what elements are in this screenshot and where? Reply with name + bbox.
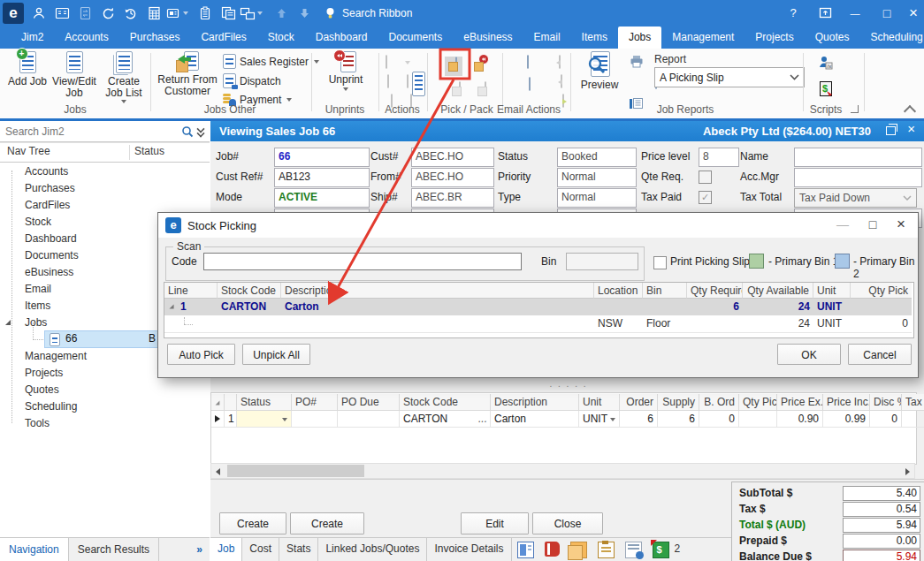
nav-down-icon[interactable] [293, 0, 316, 27]
tab-projects[interactable]: Projects [745, 27, 804, 49]
contact-icon[interactable] [27, 0, 50, 27]
dialog-titlebar[interactable]: e Stock Picking — □ × [158, 213, 918, 238]
cell-price-ex[interactable]: 0.90 [777, 411, 823, 428]
qte-req-checkbox[interactable] [699, 171, 712, 184]
tab-management[interactable]: Management [661, 27, 745, 49]
cust-ref-field[interactable]: AB123 [274, 168, 370, 187]
tab-job[interactable]: Job [210, 538, 242, 561]
sidebar-item-cardfiles[interactable]: CardFiles [25, 197, 70, 213]
report-select[interactable]: A Picking Slip [654, 67, 805, 87]
tax-total-select[interactable]: Tax Paid Down [794, 188, 917, 208]
actions-dropdown-icon[interactable] [405, 61, 410, 64]
script-editor-icon[interactable]: /x [817, 55, 833, 73]
report-view-icon[interactable] [517, 542, 534, 558]
close-pane-icon[interactable]: × [907, 121, 915, 136]
pcol-description[interactable]: Description [281, 283, 594, 299]
col-disc[interactable]: Disc % [870, 394, 902, 411]
tab-stock[interactable]: Stock [257, 27, 305, 49]
scripts-dialog-launcher-icon[interactable] [851, 105, 859, 113]
sidebar-item-tools[interactable]: Tools [25, 415, 50, 431]
tab-invoice-details[interactable]: Invoice Details [427, 538, 511, 561]
finish-action-icon[interactable] [387, 74, 389, 88]
email-reply-icon[interactable] [559, 55, 561, 69]
tab-search-results[interactable]: Search Results [69, 538, 159, 561]
ribbon-search-label[interactable]: Search Ribbon [342, 7, 412, 19]
sidebar-item-quotes[interactable]: Quotes [25, 382, 59, 398]
col-b-ord[interactable]: B. Ord [699, 394, 739, 411]
pcol-stock-code[interactable]: Stock Code [218, 283, 281, 299]
close-job-button[interactable]: Close [532, 512, 603, 534]
scan-code-input[interactable] [203, 253, 522, 270]
cell-price-inc[interactable]: 0.99 [823, 411, 870, 428]
acc-mgr-field[interactable] [794, 168, 922, 187]
type-field[interactable]: Normal [557, 188, 637, 208]
resize-rows-icon[interactable] [412, 72, 425, 96]
invoice-action-icon[interactable] [386, 55, 387, 69]
windows-arrange-icon[interactable] [240, 0, 263, 27]
cancel-action-icon[interactable] [407, 74, 409, 88]
cell-unit[interactable]: UNIT [579, 411, 620, 428]
nav-up-icon[interactable] [270, 0, 293, 27]
dialog-minimize-icon[interactable]: — [828, 213, 858, 237]
sidebar-item-documents[interactable]: Documents [25, 247, 79, 263]
sidebar-item-accounts[interactable]: Accounts [25, 163, 68, 179]
name-field[interactable] [794, 148, 922, 167]
expand-tabs-icon[interactable]: » [196, 538, 202, 561]
tab-items[interactable]: Items [571, 27, 618, 49]
tab-jobs[interactable]: Jobs [618, 27, 661, 49]
run-script-icon[interactable]: $ [819, 80, 833, 100]
priority-field[interactable]: Normal [557, 168, 637, 187]
horizontal-scrollbar[interactable] [210, 463, 915, 479]
restore-pane-icon[interactable] [886, 126, 896, 135]
collapse-ribbon-icon[interactable] [904, 105, 916, 118]
col-stock-code[interactable]: Stock Code [400, 394, 491, 411]
minimize-button[interactable]: — [842, 0, 868, 27]
view-edit-job-button[interactable]: View/Edit Job [50, 51, 99, 99]
cell-status[interactable] [237, 411, 292, 428]
col-tax[interactable]: Tax [902, 394, 924, 411]
email-reply-all-icon[interactable] [561, 74, 562, 88]
stock-available-icon[interactable]: $ [653, 542, 669, 558]
pack-button[interactable] [459, 81, 461, 95]
job-number-field[interactable]: 66 [274, 148, 370, 167]
sidebar-item-purchases[interactable]: Purchases [25, 180, 75, 196]
col-supply[interactable]: Supply [658, 394, 699, 411]
close-button[interactable]: × [900, 0, 924, 27]
tab-cost[interactable]: Cost [242, 538, 279, 561]
pcol-bin[interactable]: Bin [643, 283, 687, 299]
maximize-button[interactable]: □ [874, 0, 900, 27]
pick-button[interactable] [455, 57, 457, 71]
email-contact-icon[interactable] [625, 542, 642, 558]
sidebar-item-dashboard[interactable]: Dashboard [25, 231, 77, 246]
email-job-icon[interactable] [527, 55, 529, 69]
col-unit[interactable]: Unit [579, 394, 620, 411]
print-report-icon[interactable] [630, 55, 644, 71]
cell-b-ord[interactable]: 0 [699, 411, 739, 428]
from-field[interactable]: ABEC.HO [411, 168, 494, 187]
search-options-chevrons-icon[interactable] [197, 125, 204, 137]
nav-tree-header[interactable]: Nav Tree Status [0, 142, 210, 163]
pcol-unit[interactable]: Unit [813, 283, 851, 299]
mode-field[interactable]: ACTIVE [274, 188, 370, 208]
picking-bin-row[interactable]: NSW Floor 24 UNIT 0 [164, 315, 912, 333]
col-qty-pick[interactable]: Qty Pick [739, 394, 777, 411]
tab-scheduling[interactable]: Scheduling [859, 27, 924, 49]
ok-button[interactable]: OK [777, 344, 841, 365]
pcol-qty-required[interactable]: Qty Required [687, 283, 743, 299]
jobs-expander-icon[interactable] [5, 320, 11, 325]
sidebar-item-jobs[interactable]: Jobs [25, 315, 47, 330]
app-logo-icon[interactable]: e [3, 3, 24, 24]
cell-supply[interactable]: 6 [658, 411, 699, 428]
tab-accounts[interactable]: Accounts [54, 27, 118, 49]
tab-linked-jobs-quotes[interactable]: Linked Jobs/Quotes [318, 538, 427, 561]
tab-dashboard[interactable]: Dashboard [305, 27, 378, 49]
help-button[interactable]: ? [780, 0, 806, 27]
notes-clipboard-icon[interactable] [598, 542, 615, 558]
cust-field[interactable]: ABEC.HO [411, 148, 494, 167]
tab-email[interactable]: Email [523, 27, 571, 49]
sales-register-button[interactable]: Sales Register [223, 54, 319, 69]
auto-pick-button[interactable]: Auto Pick [167, 344, 235, 365]
print-picking-slip-checkbox[interactable] [653, 256, 667, 269]
ribbon-search[interactable]: Search Ribbon [325, 6, 412, 20]
stock-label-icon[interactable] [165, 0, 188, 27]
